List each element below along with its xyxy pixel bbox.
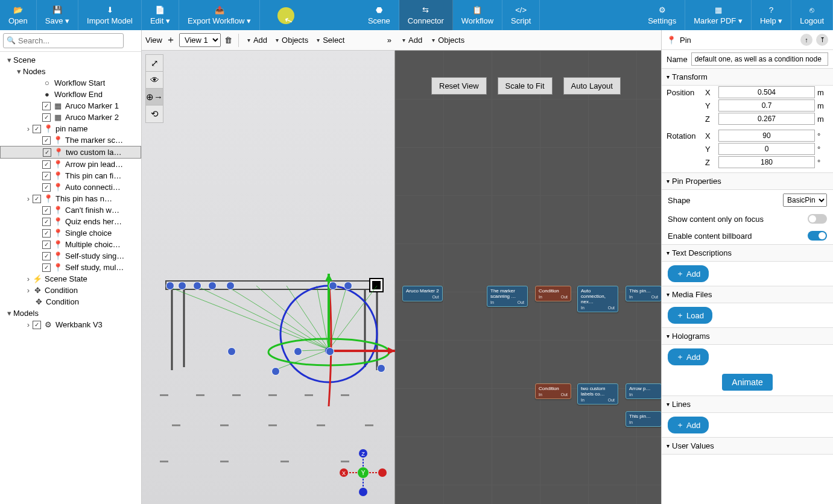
pos-z-input[interactable] — [718, 113, 815, 125]
add-hologram-button[interactable]: ＋ Add — [668, 348, 709, 365]
section-user-values[interactable]: User Values — [662, 437, 833, 455]
viewport-3d[interactable]: ⤢ 👁 ⊕→ ⟲ — [142, 51, 395, 504]
node-aruco[interactable]: Aruco Marker 2Out — [402, 286, 443, 301]
tree-model-werkbank[interactable]: ›✓⚙Werkbank V3 — [0, 319, 141, 330]
checkbox[interactable]: ✓ — [42, 206, 51, 215]
tree-scene-state[interactable]: ›⚡Scene State — [0, 273, 141, 285]
marker-pdf-button[interactable]: ▦Marker PDF ▾ — [685, 0, 752, 30]
import-model-button[interactable]: ⬇Import Model — [78, 0, 142, 30]
rot-z-input[interactable] — [718, 156, 815, 168]
edit-button[interactable]: 📄Edit ▾ — [142, 0, 179, 30]
tree-item[interactable]: ✓📍Self-study sing… — [0, 250, 141, 262]
connector-add-menu[interactable]: Add — [400, 34, 425, 46]
workflow-tab[interactable]: 📋Workflow — [453, 0, 502, 30]
viewport-objects-menu[interactable]: Objects — [273, 34, 311, 46]
open-button[interactable]: 📂Open — [0, 0, 37, 30]
section-transform[interactable]: Transform — [662, 68, 833, 86]
node-two-custom[interactable]: two custom labels co…InOut — [577, 383, 618, 405]
focus-toggle[interactable] — [808, 214, 827, 224]
checkbox[interactable]: ✓ — [42, 113, 51, 122]
auto-layout-button[interactable]: Auto Layout — [563, 77, 621, 95]
tree-item[interactable]: ✓▦Aruco Marker 2 — [0, 112, 141, 123]
checkbox[interactable]: ✓ — [33, 125, 41, 133]
tree-item[interactable]: ✓📍Can't finish w… — [0, 204, 141, 216]
tree-condition-2[interactable]: ✥Condition — [0, 296, 141, 307]
tree-scene[interactable]: ▾Scene — [0, 54, 141, 66]
checkbox[interactable]: ✓ — [43, 148, 51, 157]
add-text-button[interactable]: ＋ Add — [668, 265, 709, 282]
node-arrow[interactable]: Arrow p…In — [626, 383, 661, 399]
tree-item[interactable]: ✓📍Self study, mul… — [0, 262, 141, 273]
axis-widget[interactable]: Y X Z — [339, 449, 387, 497]
tree-item[interactable]: ✓▦Aruco Marker 1 — [0, 100, 141, 112]
overflow-icon[interactable]: » — [387, 36, 391, 45]
checkbox[interactable]: ✓ — [42, 229, 51, 238]
load-media-button[interactable]: ＋ Load — [668, 307, 712, 324]
tree-nodes[interactable]: ▾Nodes — [0, 66, 141, 77]
checkbox[interactable]: ✓ — [42, 241, 51, 249]
tree-item[interactable]: ✓📍Quiz ends her… — [0, 216, 141, 227]
tree-item[interactable]: ›✓📍pin name — [0, 123, 141, 134]
viewport-add-menu[interactable]: Add — [245, 34, 270, 46]
tree-item[interactable]: ✓📍Arrow pin lead… — [0, 159, 141, 170]
scene-tab[interactable]: ⬣Scene — [359, 0, 399, 30]
section-pin-props[interactable]: Pin Properties — [662, 172, 833, 190]
tree-item[interactable]: ○Workflow Start — [0, 77, 141, 89]
checkbox[interactable]: ✓ — [42, 136, 51, 145]
connector-canvas[interactable]: Reset View Scale to Fit Auto Layout — [395, 51, 661, 504]
node-condition-2[interactable]: ConditionInOut — [535, 383, 571, 399]
section-text-desc[interactable]: Text Descriptions — [662, 244, 833, 262]
connector-tab[interactable]: ⇆Connector — [399, 0, 453, 30]
node-this-pin-2[interactable]: This pin…In — [626, 411, 661, 427]
checkbox[interactable]: ✓ — [42, 183, 51, 192]
viewport-select-menu[interactable]: Select — [314, 34, 347, 46]
animate-button[interactable]: Animate — [722, 374, 772, 391]
view-select[interactable]: View 1 — [179, 33, 221, 47]
section-media[interactable]: Media Files — [662, 286, 833, 303]
checkbox[interactable]: ✓ — [42, 218, 51, 226]
tree-item[interactable]: ●Workflow End — [0, 89, 141, 100]
rot-y-input[interactable] — [718, 143, 815, 155]
tree-item[interactable]: ✓📍Auto connecti… — [0, 181, 141, 193]
shape-select[interactable]: BasicPin — [783, 194, 827, 207]
pos-y-input[interactable] — [718, 99, 815, 112]
reset-view-button[interactable]: Reset View — [431, 77, 487, 95]
name-input[interactable] — [691, 52, 828, 66]
checkbox[interactable]: ✓ — [42, 172, 51, 180]
tree-condition[interactable]: ›✥Condition — [0, 285, 141, 296]
checkbox[interactable]: ✓ — [33, 195, 41, 203]
tree-item[interactable]: ✓📍Single choice — [0, 227, 141, 239]
node-marker-scan[interactable]: The marker scanning …InOut — [487, 286, 528, 307]
search-input[interactable] — [3, 33, 124, 48]
connector-objects-menu[interactable]: Objects — [429, 34, 467, 46]
nav-top-icon[interactable]: ⤒ — [816, 34, 828, 46]
add-view-icon[interactable]: ＋ — [166, 34, 176, 46]
tree-item[interactable]: ✓📍This pin can fi… — [0, 170, 141, 181]
checkbox[interactable]: ✓ — [42, 102, 51, 110]
billboard-toggle[interactable] — [808, 231, 827, 241]
delete-view-icon[interactable]: 🗑 — [224, 36, 232, 45]
rot-x-input[interactable] — [718, 130, 815, 142]
section-lines[interactable]: Lines — [662, 395, 833, 413]
node-condition-1[interactable]: ConditionInOut — [535, 286, 571, 301]
tree-item[interactable]: ✓📍two custom la… — [0, 146, 141, 159]
nav-up-icon[interactable]: ↑ — [800, 34, 812, 46]
settings-button[interactable]: ⚙Settings — [639, 0, 685, 30]
checkbox[interactable]: ✓ — [42, 160, 51, 169]
node-auto-conn[interactable]: Auto connection, nex…InOut — [577, 286, 618, 312]
tree-item[interactable]: ✓📍Multiple choic… — [0, 239, 141, 250]
checkbox[interactable]: ✓ — [42, 263, 51, 272]
tree-item[interactable]: ›✓📍This pin has n… — [0, 193, 141, 204]
logout-button[interactable]: ⎋Logout — [791, 0, 833, 30]
add-line-button[interactable]: ＋ Add — [668, 417, 709, 433]
save-button[interactable]: 💾Save ▾ — [37, 0, 78, 30]
tree-models[interactable]: ▾Models — [0, 307, 141, 319]
section-holograms[interactable]: Holograms — [662, 327, 833, 345]
pos-x-input[interactable] — [718, 86, 815, 98]
node-this-pin-1[interactable]: This pin…InOut — [626, 286, 661, 301]
tree-item[interactable]: ✓📍The marker sc… — [0, 134, 141, 146]
export-workflow-button[interactable]: 📤Export Workflow ▾ — [179, 0, 260, 30]
help-button[interactable]: ?Help ▾ — [752, 0, 791, 30]
script-tab[interactable]: </>Script — [502, 0, 540, 30]
scene-tree[interactable]: ▾Scene ▾Nodes ○Workflow Start●Workflow E… — [0, 52, 141, 504]
